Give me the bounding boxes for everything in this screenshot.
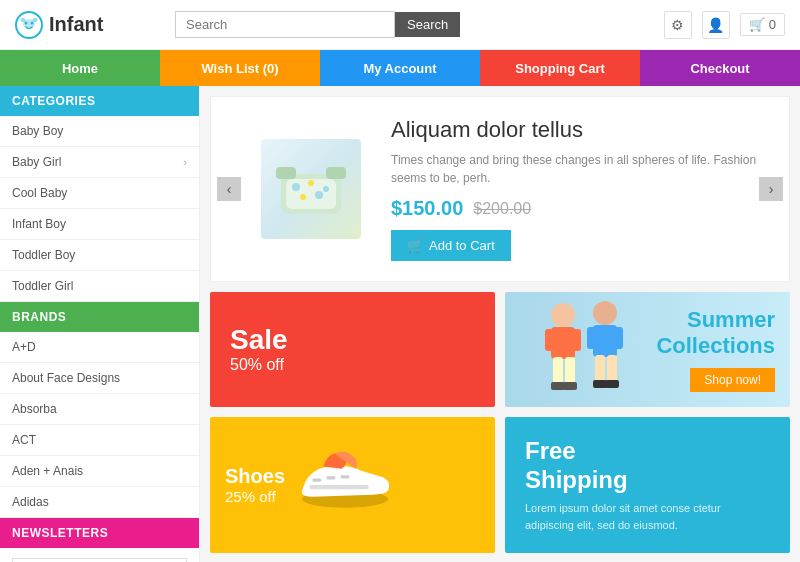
header: Infant Search ⚙ 👤 🛒 0 (0, 0, 800, 50)
svg-rect-34 (327, 476, 336, 479)
svg-rect-14 (326, 167, 346, 179)
summer-title: SummerCollections (656, 307, 775, 360)
svg-point-3 (31, 21, 34, 24)
svg-rect-25 (587, 327, 595, 349)
shoe-image (295, 447, 395, 523)
sidebar-item-aden[interactable]: Aden + Anais (0, 456, 199, 487)
sidebar-item-toddler-boy[interactable]: Toddler Boy (0, 240, 199, 271)
svg-point-5 (33, 18, 38, 22)
search-input[interactable] (175, 11, 395, 38)
summer-kids-image (505, 292, 662, 407)
newsletter-section: ✉ Subscribe (0, 548, 199, 562)
svg-rect-30 (605, 380, 619, 388)
banner-sale[interactable]: Sale 50% off (210, 292, 495, 407)
nav-cart[interactable]: Shopping Cart (480, 50, 640, 86)
search-button[interactable]: Search (395, 12, 460, 37)
search-area: Search (175, 11, 644, 38)
banner-grid-bottom: Shoes 25% off F (210, 417, 790, 554)
svg-rect-28 (607, 355, 617, 383)
sale-subtitle: 50% off (230, 356, 475, 374)
newsletters-title: NEWSLETTERS (0, 518, 199, 548)
banner-summer[interactable]: SummerCollections Shop now! (505, 292, 790, 407)
sidebar-item-about-face[interactable]: About Face Designs (0, 363, 199, 394)
product-image (261, 139, 361, 239)
add-to-cart-button[interactable]: 🛒 Add to Cart (391, 230, 511, 261)
product-description: Times change and bring these changes in … (391, 151, 769, 187)
svg-point-23 (593, 301, 617, 325)
nav-checkout[interactable]: Checkout (640, 50, 800, 86)
sidebar: CATEGORIES Baby Boy Baby Girl› Cool Baby… (0, 86, 200, 562)
svg-point-10 (323, 186, 329, 192)
shop-now-button[interactable]: Shop now! (690, 368, 775, 392)
product-image-area (251, 139, 371, 239)
svg-point-2 (25, 21, 28, 24)
logo-area: Infant (15, 11, 155, 39)
svg-rect-29 (593, 380, 607, 388)
logo-text: Infant (49, 13, 103, 36)
price-old: $200.00 (473, 200, 531, 218)
settings-icon[interactable]: ⚙ (664, 11, 692, 39)
main-layout: CATEGORIES Baby Boy Baby Girl› Cool Baby… (0, 86, 800, 562)
shoes-title: Shoes (225, 465, 285, 488)
product-title: Aliquam dolor tellus (391, 117, 769, 143)
svg-rect-35 (341, 475, 350, 478)
sidebar-item-infant-boy[interactable]: Infant Boy (0, 209, 199, 240)
sale-title: Sale (230, 324, 475, 356)
svg-rect-22 (563, 382, 577, 390)
summer-text: SummerCollections Shop now! (641, 292, 790, 407)
banner-grid-top: Sale 50% off (210, 292, 790, 407)
sidebar-item-baby-boy[interactable]: Baby Boy (0, 116, 199, 147)
content-area: ‹ Aliquam dolo (200, 86, 800, 562)
svg-point-12 (315, 191, 323, 199)
prev-button[interactable]: ‹ (217, 177, 241, 201)
svg-point-15 (551, 303, 575, 327)
svg-rect-33 (313, 478, 322, 481)
sidebar-item-baby-girl[interactable]: Baby Girl› (0, 147, 199, 178)
cart-icon-wrap[interactable]: 🛒 0 (740, 13, 785, 36)
chevron-right-icon: › (183, 156, 187, 168)
shoe-svg (295, 447, 395, 512)
product-diaper-icon (271, 149, 351, 229)
svg-point-11 (300, 194, 306, 200)
svg-point-4 (21, 18, 26, 22)
header-icons: ⚙ 👤 🛒 0 (664, 11, 785, 39)
svg-point-8 (292, 183, 300, 191)
sidebar-item-toddler-girl[interactable]: Toddler Girl (0, 271, 199, 302)
cart-add-icon: 🛒 (407, 238, 423, 253)
sidebar-item-absorba[interactable]: Absorba (0, 394, 199, 425)
shipping-title: FreeShipping (525, 437, 770, 495)
nav-bar: Home Wish List (0) My Account Shopping C… (0, 50, 800, 86)
svg-rect-24 (593, 325, 617, 357)
banner-shoes[interactable]: Shoes 25% off (210, 417, 495, 554)
svg-rect-32 (309, 485, 369, 489)
sidebar-item-act[interactable]: ACT (0, 425, 199, 456)
next-button[interactable]: › (759, 177, 783, 201)
svg-rect-20 (565, 357, 575, 385)
svg-rect-19 (553, 357, 563, 385)
banner-free-shipping[interactable]: FreeShipping Lorem ipsum dolor sit amet … (505, 417, 790, 554)
sidebar-item-cool-baby[interactable]: Cool Baby (0, 178, 199, 209)
brands-title: BRANDS (0, 302, 199, 332)
cart-count: 0 (769, 17, 776, 32)
nav-home[interactable]: Home (0, 50, 160, 86)
svg-rect-16 (551, 327, 575, 359)
sidebar-item-aplusd[interactable]: A+D (0, 332, 199, 363)
sidebar-item-adidas[interactable]: Adidas (0, 487, 199, 518)
shoes-subtitle: 25% off (225, 488, 285, 505)
svg-rect-27 (595, 355, 605, 383)
kids-svg (518, 297, 648, 407)
price-area: $150.00 $200.00 (391, 197, 769, 220)
svg-rect-26 (615, 327, 623, 349)
categories-title: CATEGORIES (0, 86, 199, 116)
email-input[interactable] (12, 558, 187, 562)
svg-rect-17 (545, 329, 553, 351)
svg-rect-21 (551, 382, 565, 390)
nav-account[interactable]: My Account (320, 50, 480, 86)
shoes-text: Shoes 25% off (225, 465, 285, 505)
logo-icon (15, 11, 43, 39)
user-icon[interactable]: 👤 (702, 11, 730, 39)
product-info: Aliquam dolor tellus Times change and br… (391, 117, 769, 261)
nav-wishlist[interactable]: Wish List (0) (160, 50, 320, 86)
svg-rect-18 (573, 329, 581, 351)
shipping-description: Lorem ipsum dolor sit amet conse ctetur … (525, 500, 770, 533)
